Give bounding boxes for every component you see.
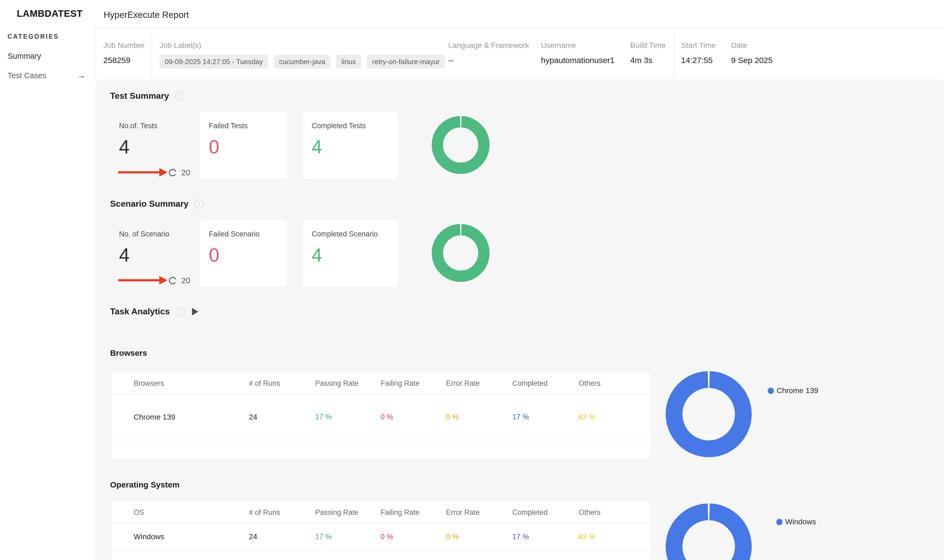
sidebar-item-test-cases[interactable]: Test Cases → bbox=[8, 70, 86, 81]
card-value: 4 bbox=[312, 136, 398, 158]
column-header: Passing Rate bbox=[315, 508, 381, 517]
card-label: No. of Scenario bbox=[119, 230, 197, 238]
column-header: Completed bbox=[512, 379, 578, 388]
failed-tests-card: Failed Tests 0 bbox=[200, 112, 286, 178]
lambdatest-logo: LAMBDATEST bbox=[17, 8, 83, 19]
test-summary-donut-chart bbox=[426, 110, 496, 180]
test-summary-title: Test Summary i bbox=[110, 91, 184, 101]
build-time-value: 4m 3s bbox=[630, 56, 652, 65]
scenario-summary-title: Scenario Summary i bbox=[110, 199, 204, 209]
job-label-tag: linux bbox=[336, 55, 361, 68]
job-label-tag: retry-on-failure-mayur bbox=[367, 55, 445, 68]
start-time-value: 14:27:55 bbox=[681, 56, 713, 65]
concurrency-icon bbox=[168, 168, 177, 177]
browsers-donut-chart bbox=[663, 368, 755, 460]
column-header: Others bbox=[578, 508, 650, 517]
job-label-tags: 09-09-2025 14:27:05 - Tuesday cucumber-j… bbox=[160, 55, 445, 68]
legend-label: Windows bbox=[785, 517, 816, 526]
os-donut-chart bbox=[663, 500, 755, 560]
red-arrow-annotation bbox=[118, 171, 159, 174]
concurrency-icon bbox=[168, 276, 177, 285]
column-header: Failing Rate bbox=[381, 508, 446, 517]
error-rate-cell: 0 % bbox=[446, 533, 512, 541]
header-divider bbox=[95, 27, 944, 28]
card-label: Completed Tests bbox=[312, 122, 398, 130]
os-section-title: Operating System bbox=[110, 480, 180, 489]
start-time-label: Start Time bbox=[681, 41, 716, 50]
table-row[interactable]: Windows 24 17 % 0 % 0 % 17 % 83 % bbox=[111, 523, 650, 551]
job-number-value: 258259 bbox=[103, 56, 131, 65]
concurrency-value: 20 bbox=[181, 168, 190, 177]
page-title: HyperExecute Report bbox=[104, 10, 189, 20]
red-arrow-annotation bbox=[118, 279, 159, 282]
sidebar-item-label: Test Cases bbox=[8, 71, 46, 80]
os-legend: Windows bbox=[776, 517, 816, 526]
date-label: Date bbox=[731, 41, 747, 50]
others-cell: 83 % bbox=[578, 413, 650, 421]
failing-rate-cell: 0 % bbox=[381, 533, 446, 541]
os-table: OS # of Runs Passing Rate Failing Rate E… bbox=[111, 502, 650, 560]
red-arrow-head bbox=[159, 276, 168, 285]
column-divider bbox=[151, 27, 152, 79]
card-value: 0 bbox=[209, 244, 286, 266]
concurrency-indicator: 20 bbox=[168, 276, 190, 285]
completed-scenario-card: Completed Scenario 4 bbox=[303, 220, 398, 287]
column-header: # of Runs bbox=[249, 508, 315, 517]
column-divider bbox=[673, 27, 674, 79]
red-arrow-head bbox=[159, 168, 168, 177]
runs-cell: 24 bbox=[249, 413, 315, 422]
job-label-tag: 09-09-2025 14:27:05 - Tuesday bbox=[160, 55, 268, 68]
column-header: OS bbox=[134, 508, 249, 517]
column-header: Failing Rate bbox=[381, 379, 446, 388]
info-icon[interactable]: i bbox=[194, 199, 204, 209]
os-table-header: OS # of Runs Passing Rate Failing Rate E… bbox=[111, 502, 650, 523]
language-framework-label: Language & Framework bbox=[448, 41, 529, 50]
arrow-right-icon: → bbox=[77, 71, 86, 80]
card-label: Completed Scenario bbox=[312, 230, 398, 238]
job-labels-label: Job Label(s) bbox=[160, 41, 201, 50]
task-analytics-title: Task Analytics i bbox=[110, 306, 198, 317]
concurrency-value: 20 bbox=[181, 276, 190, 285]
section-title-text: Scenario Summary bbox=[110, 199, 189, 209]
column-header: # of Runs bbox=[249, 379, 315, 388]
scenario-summary-donut-chart bbox=[426, 218, 496, 288]
card-value: 0 bbox=[209, 136, 286, 158]
browsers-section-title: Browsers bbox=[110, 348, 147, 358]
username-label: Username bbox=[541, 41, 576, 50]
card-label: No.of. Tests bbox=[119, 122, 197, 130]
completed-cell: 17 % bbox=[512, 533, 578, 541]
card-label: Failed Scenario bbox=[209, 230, 286, 238]
passing-rate-cell: 17 % bbox=[315, 413, 381, 421]
passing-rate-cell: 17 % bbox=[315, 533, 381, 541]
legend-dot bbox=[776, 519, 783, 525]
language-framework-value: -- bbox=[448, 56, 454, 65]
section-title-text: Test Summary bbox=[110, 91, 169, 101]
table-row[interactable]: Chrome 139 24 17 % 0 % 0 % 17 % 83 % bbox=[111, 394, 650, 440]
legend-dot bbox=[768, 388, 774, 394]
column-header: Error Rate bbox=[446, 379, 512, 388]
others-cell: 83 % bbox=[578, 533, 650, 541]
legend-label: Chrome 139 bbox=[776, 386, 818, 395]
sidebar-item-summary[interactable]: Summary bbox=[8, 50, 86, 62]
browsers-table-header: Browsers # of Runs Passing Rate Failing … bbox=[111, 373, 650, 394]
completed-cell: 17 % bbox=[512, 413, 578, 421]
section-title-text: Task Analytics bbox=[110, 306, 170, 317]
info-icon[interactable]: i bbox=[175, 91, 184, 101]
job-label-tag: cucumber-java bbox=[274, 55, 331, 68]
card-value: 4 bbox=[119, 136, 197, 158]
os-name-cell: Windows bbox=[134, 532, 249, 541]
expand-section-icon[interactable] bbox=[192, 308, 198, 315]
card-label: Failed Tests bbox=[209, 122, 286, 130]
job-number-label: Job Number bbox=[103, 41, 145, 50]
failed-scenario-card: Failed Scenario 0 bbox=[200, 220, 286, 287]
build-time-label: Build Time bbox=[630, 41, 666, 50]
sidebar-divider bbox=[95, 27, 96, 79]
column-header: Error Rate bbox=[446, 508, 512, 517]
column-header: Passing Rate bbox=[315, 379, 381, 388]
browser-name-cell: Chrome 139 bbox=[134, 413, 249, 422]
column-header: Others bbox=[578, 379, 650, 388]
browsers-table: Browsers # of Runs Passing Rate Failing … bbox=[111, 373, 650, 459]
info-icon[interactable]: i bbox=[176, 307, 185, 316]
card-value: 4 bbox=[312, 244, 398, 266]
runs-cell: 24 bbox=[249, 532, 315, 541]
